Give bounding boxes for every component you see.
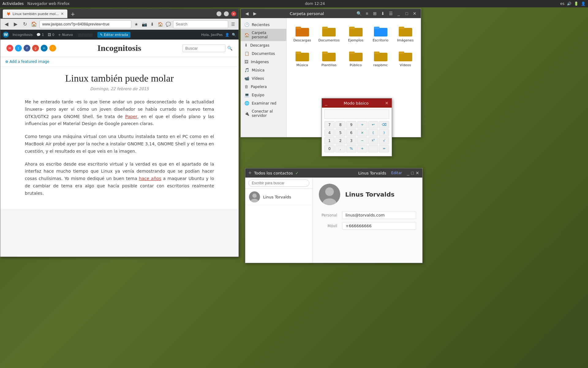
wp-logo[interactable]: W: [3, 32, 9, 38]
calc-key-1[interactable]: 1: [324, 137, 335, 144]
fm-settings-button[interactable]: ☰: [388, 10, 394, 17]
calc-key-2[interactable]: 2: [335, 137, 346, 144]
fm-list-view-button[interactable]: ≡: [364, 10, 370, 17]
calc-key-paren-close[interactable]: ): [379, 129, 389, 136]
social-linkedin-icon[interactable]: in: [41, 45, 47, 52]
new-tab-button[interactable]: +: [70, 11, 75, 17]
contacts-add-button[interactable]: +: [248, 170, 252, 176]
browser-menu-icon[interactable]: ☰: [230, 21, 236, 27]
fm-sidebar-recientes[interactable]: 🕐 Recientes: [241, 21, 286, 29]
fm-sidebar-imagenes[interactable]: 🖼 Imágenes: [241, 58, 286, 66]
calc-key-3[interactable]: 3: [346, 137, 356, 144]
fm-forward-button[interactable]: ▶: [252, 10, 258, 17]
contacts-maximize-button[interactable]: □: [411, 171, 414, 175]
browser-home-button[interactable]: 🏠: [30, 21, 38, 28]
wp-search-icon[interactable]: 🔍: [232, 33, 236, 37]
browser-tab-active[interactable]: 🦊 Linux también puede mol... ✕: [3, 10, 67, 18]
calc-key-squared[interactable]: x²: [368, 137, 379, 144]
wp-edit-button[interactable]: ✎ Editar entrada: [97, 32, 130, 38]
fm-back-button[interactable]: ◀: [244, 10, 250, 17]
calculator-minimize-button[interactable]: _: [325, 101, 327, 105]
browser-refresh-button[interactable]: ↻: [21, 21, 28, 28]
calc-key-equals[interactable]: =: [379, 145, 389, 152]
fm-sidebar-equipo[interactable]: 💻 Equipo: [241, 91, 286, 99]
calc-key-percent[interactable]: %: [346, 145, 356, 152]
fm-sidebar-musica[interactable]: 🎵 Música: [241, 66, 286, 74]
folder-escritorio[interactable]: Escritorio: [370, 23, 391, 44]
social-twitter-icon[interactable]: t: [15, 45, 22, 52]
browser-home-nav-icon[interactable]: 🏠: [157, 21, 163, 27]
browser-minimize-button[interactable]: _: [224, 11, 229, 16]
fm-sidebar-papelera[interactable]: 🗑 Papelera: [241, 82, 286, 91]
browser-pin-button[interactable]: 📌: [217, 11, 221, 16]
activities-button[interactable]: Actividades: [2, 2, 24, 6]
folder-videos[interactable]: Vídeos: [395, 48, 416, 69]
fm-sort-button[interactable]: ⬇: [380, 10, 386, 17]
calc-key-6[interactable]: 6: [346, 129, 356, 136]
contact-personal-email[interactable]: linus@torvalds.com: [342, 211, 416, 219]
calc-key-add[interactable]: +: [357, 145, 368, 152]
post-link-years[interactable]: hace años: [139, 176, 161, 181]
featured-image-area[interactable]: ⊕ Add a featured image: [0, 57, 239, 67]
wp-media-count[interactable]: 🖼 0: [48, 33, 55, 37]
calculator-close-button[interactable]: ✕: [385, 101, 389, 105]
wp-greeting[interactable]: Hola, JaviPas: [201, 33, 223, 37]
browser-search-input[interactable]: [173, 20, 228, 28]
taskbar-user-icon[interactable]: 👤: [581, 2, 586, 6]
download-icon[interactable]: ⬇: [149, 21, 155, 27]
wp-comments-count[interactable]: 💬 1: [36, 33, 44, 37]
browser-close-button[interactable]: ✕: [231, 11, 236, 16]
calc-key-5[interactable]: 5: [335, 129, 346, 136]
calc-key-7[interactable]: 7: [324, 121, 335, 128]
blog-search-icon[interactable]: 🔍: [227, 46, 232, 51]
tab-close-button[interactable]: ✕: [61, 12, 64, 16]
calc-key-0[interactable]: 0: [324, 145, 335, 152]
contacts-search-input[interactable]: [248, 179, 309, 187]
fm-search-button[interactable]: 🔍: [356, 10, 362, 17]
calc-key-multiply[interactable]: ×: [357, 129, 368, 136]
contact-list-item-linus[interactable]: Linus Torvalds: [245, 189, 312, 205]
social-rss-icon[interactable]: r: [49, 45, 56, 52]
screenshot-icon[interactable]: 📷: [141, 21, 147, 27]
folder-documentos[interactable]: Documentos: [317, 23, 341, 44]
calc-key-decimal[interactable]: .: [335, 145, 346, 152]
blog-search-input[interactable]: [183, 44, 225, 52]
fm-close-button[interactable]: ✕: [412, 10, 418, 17]
calc-key-4[interactable]: 4: [324, 129, 335, 136]
contacts-close-button[interactable]: ✕: [416, 171, 419, 175]
fm-sidebar-carpeta-personal[interactable]: 🏠 Carpeta personal: [241, 29, 286, 41]
wp-new-button[interactable]: + Nuevo: [58, 33, 73, 37]
browser-chat-icon[interactable]: 💬: [165, 21, 171, 27]
fm-sidebar-descargas[interactable]: ⬇ Descargas: [241, 41, 286, 49]
address-bar[interactable]: [40, 20, 131, 28]
calc-key-subtract[interactable]: −: [357, 137, 368, 144]
wp-site-name[interactable]: Incognitosis: [13, 33, 33, 37]
contacts-minimize-button[interactable]: _: [407, 171, 409, 175]
fm-minimize-button[interactable]: _: [396, 10, 402, 17]
social-email-icon[interactable]: ✉: [6, 45, 13, 52]
calc-key-divide[interactable]: ÷: [357, 121, 368, 128]
fm-maximize-button[interactable]: □: [404, 10, 410, 17]
post-link-paper[interactable]: Paper: [125, 114, 138, 119]
wp-avatar-icon[interactable]: 👤: [225, 33, 229, 37]
social-google-icon[interactable]: g: [32, 45, 39, 52]
fm-sidebar-documentos[interactable]: 📋 Documentos: [241, 49, 286, 58]
folder-publico[interactable]: Público: [345, 48, 366, 69]
folder-plantillas[interactable]: Plantillas: [317, 48, 341, 69]
fm-sidebar-videos[interactable]: 📹 Vídeos: [241, 74, 286, 82]
browser-back-button[interactable]: ◀: [3, 21, 10, 28]
folder-raspbmc[interactable]: raspbmc: [370, 48, 391, 69]
social-facebook-icon[interactable]: f: [24, 45, 30, 52]
calc-key-paren-open[interactable]: (: [368, 129, 379, 136]
calc-key-backspace[interactable]: ⌫: [379, 121, 389, 128]
calc-key-sqrt[interactable]: √: [379, 137, 389, 144]
contacts-edit-button[interactable]: Editar: [391, 171, 402, 175]
fm-sidebar-servidor[interactable]: 🔌 Conectar al servidor: [241, 107, 286, 120]
calc-key-8[interactable]: 8: [335, 121, 346, 128]
taskbar-volume-icon[interactable]: 🔊: [567, 2, 571, 6]
bookmark-star-icon[interactable]: ★: [133, 21, 139, 27]
folder-imagenes[interactable]: Imágenes: [395, 23, 416, 44]
folder-musica[interactable]: Música: [292, 48, 313, 69]
fm-sidebar-red[interactable]: 🌐 Examinar red: [241, 99, 286, 107]
calc-key-9[interactable]: 9: [346, 121, 356, 128]
